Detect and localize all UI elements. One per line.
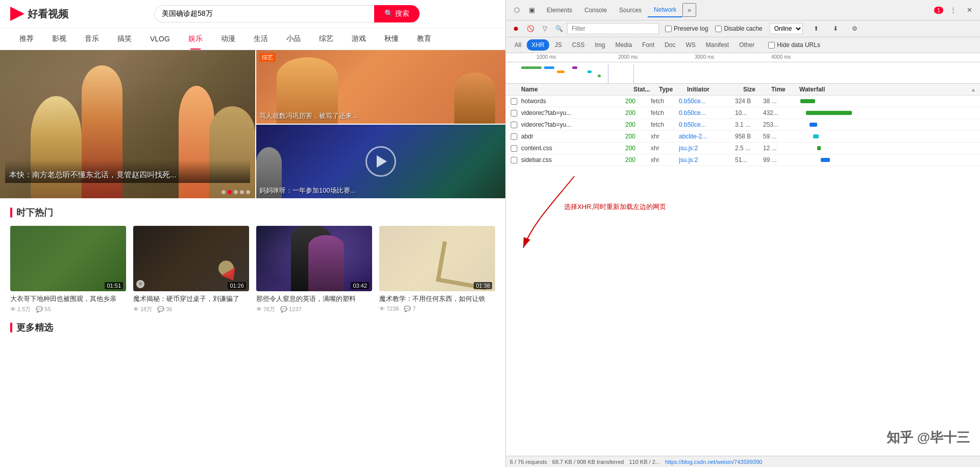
nav-vlog[interactable]: VLOG xyxy=(141,29,179,49)
filter-other[interactable]: Other xyxy=(734,39,759,51)
nav-xiaopin[interactable]: 小品 xyxy=(277,28,310,50)
nav-yinyue[interactable]: 音乐 xyxy=(76,28,108,50)
devtools-header: ⬡ ▣ Elements Console Sources Network » 1… xyxy=(506,0,980,20)
row-checkbox-1[interactable] xyxy=(510,98,518,105)
col-header-type: Type xyxy=(659,86,687,93)
search-input[interactable] xyxy=(154,5,374,22)
devtools-filter-row: All XHR JS CSS Img Media Font Doc WS Man… xyxy=(506,37,980,53)
table-row[interactable]: hotwords 200 fetch 0.b50ce... 324 B 38 .… xyxy=(506,96,980,107)
throttle-select[interactable]: Online xyxy=(770,23,803,34)
devtools-device-btn[interactable]: ▣ xyxy=(525,4,538,17)
nav-yingshi[interactable]: 影视 xyxy=(43,28,76,50)
nav-dongman[interactable]: 动漫 xyxy=(212,28,244,50)
video-card-3[interactable]: 03:42 那些令人窒息的英语，满嘴的塑料 👁 76万 💬 1237 xyxy=(256,226,372,313)
waterfall-sort-arrow: ▲ xyxy=(971,87,976,92)
row-initiator-5: jsu.js:2 xyxy=(679,145,735,152)
search-bar: 🔍 搜索 xyxy=(154,5,420,22)
clear-btn[interactable]: 🚫 xyxy=(524,22,536,35)
nav-youxi[interactable]: 游戏 xyxy=(342,28,375,50)
disable-cache-checkbox[interactable] xyxy=(715,26,722,32)
search-btn[interactable]: 🔍 xyxy=(553,22,565,35)
dot-4[interactable] xyxy=(240,190,244,194)
filter-doc[interactable]: Doc xyxy=(660,39,680,51)
table-row[interactable]: videorec?tab=yu... 200 fetch 0.b50ce... … xyxy=(506,107,980,119)
dot-2[interactable] xyxy=(228,190,232,194)
table-row[interactable]: sidebar.css 200 xhr jsu.js:2 51... 99 ..… xyxy=(506,154,980,166)
banner-main-title: 本快：南方老总听不懂东北话，竟管赵四叫找死... xyxy=(5,160,250,183)
nav-shenghuo[interactable]: 生活 xyxy=(244,28,277,50)
filter-ws[interactable]: WS xyxy=(681,39,700,51)
filter-all[interactable]: All xyxy=(510,39,526,51)
filter-img[interactable]: Img xyxy=(590,39,609,51)
filter-manifest[interactable]: Manifest xyxy=(701,39,733,51)
tab-more[interactable]: » xyxy=(682,3,696,17)
devtools-more-btn[interactable]: ⋮ xyxy=(946,4,960,17)
banner-area: 本快：南方老总听不懂东北话，竟管赵四叫找死... 综艺 骂人就数冯巩厉害，被骂了… xyxy=(0,50,505,198)
disable-cache-label[interactable]: Disable cache xyxy=(715,25,762,32)
row-waterfall-2 xyxy=(791,109,976,117)
nav-tuijian[interactable]: 推荐 xyxy=(10,28,43,50)
filter-xhr[interactable]: XHR xyxy=(527,39,549,51)
video-card-2[interactable]: 01:26 ✕ 魔术揭秘：硬币穿过桌子，刘谦骗了 👁 18万 💬 36 xyxy=(133,226,249,313)
row-status-6: 200 xyxy=(625,156,651,164)
nav-jiaoyu[interactable]: 教育 xyxy=(408,28,440,50)
tab-sources[interactable]: Sources xyxy=(613,4,648,17)
row-checkbox-5[interactable] xyxy=(510,145,518,152)
dot-3[interactable] xyxy=(234,190,238,194)
comments-4: 💬 7 xyxy=(404,306,415,312)
upload-btn[interactable]: ⬆ xyxy=(810,22,822,35)
filter-js[interactable]: JS xyxy=(550,39,567,51)
hide-data-urls-checkbox[interactable] xyxy=(768,42,775,49)
video-thumb-1: 01:51 xyxy=(10,226,126,291)
tab-console[interactable]: Console xyxy=(578,4,613,17)
banner-main[interactable]: 本快：南方老总听不懂东北话，竟管赵四叫找死... xyxy=(0,50,255,198)
preserve-log-checkbox[interactable] xyxy=(665,26,672,32)
banner-sub-1[interactable]: 综艺 骂人就数冯巩厉害，被骂了还来... xyxy=(256,50,505,124)
nav-gaoxiao[interactable]: 搞笑 xyxy=(108,28,141,50)
settings-btn[interactable]: ⚙ xyxy=(849,22,861,35)
filter-type-tabs: All XHR JS CSS Img Media Font Doc WS Man… xyxy=(510,39,759,51)
nav-yule[interactable]: 娱乐 xyxy=(179,28,212,50)
dot-1[interactable] xyxy=(222,190,226,194)
filter-css[interactable]: CSS xyxy=(568,39,590,51)
row-time-1: 38 ... xyxy=(763,98,791,105)
ruler-3000: 3000 ms xyxy=(695,54,714,60)
row-size-4: 958 B xyxy=(735,133,763,140)
filter-toggle-btn[interactable]: ▽ xyxy=(538,22,551,35)
main-nav: 推荐 影视 音乐 搞笑 VLOG 娱乐 动漫 生活 小品 综艺 游戏 秋懂 教育 xyxy=(0,28,505,50)
filter-media[interactable]: Media xyxy=(610,39,636,51)
row-initiator-6: jsu.js:2 xyxy=(679,156,735,164)
row-size-2: 10... xyxy=(735,109,763,116)
devtools-inspect-btn[interactable]: ⬡ xyxy=(510,4,523,17)
search-button[interactable]: 🔍 搜索 xyxy=(374,5,420,22)
network-filter-input[interactable] xyxy=(567,23,659,34)
video-meta-1: 👁 1.5万 💬 55 xyxy=(10,306,126,313)
table-row[interactable]: videorec?tab=yu... 200 fetch 0.b50ce... … xyxy=(506,119,980,131)
banner-sub-2[interactable]: 妈妈咪呀：一年参加100场比赛... xyxy=(256,125,505,198)
row-checkbox-6[interactable] xyxy=(510,157,518,164)
nav-zongyi[interactable]: 综艺 xyxy=(310,28,342,50)
download-btn[interactable]: ⬇ xyxy=(829,22,842,35)
record-btn[interactable]: ⏺ xyxy=(510,22,522,35)
hide-data-urls-label[interactable]: Hide data URLs xyxy=(768,41,820,49)
row-name-3: videorec?tab=yu... xyxy=(521,121,625,128)
preserve-log-label[interactable]: Preserve log xyxy=(665,25,708,32)
nav-qiudong[interactable]: 秋懂 xyxy=(375,28,408,50)
more-section-title: 更多精选 xyxy=(10,321,495,334)
row-type-2: fetch xyxy=(651,109,679,116)
tab-elements[interactable]: Elements xyxy=(541,4,578,17)
row-status-1: 200 xyxy=(625,98,651,105)
tab-network[interactable]: Network xyxy=(648,3,682,17)
row-checkbox-3[interactable] xyxy=(510,122,518,128)
row-checkbox-4[interactable] xyxy=(510,133,518,140)
table-row[interactable]: content.css 200 xhr jsu.js:2 2.5 ... 12 … xyxy=(506,143,980,154)
video-card-4[interactable]: 01:38 魔术教学：不用任何东西，如何让铁 👁 7238 💬 7 xyxy=(379,226,495,313)
devtools-close-btn[interactable]: ✕ xyxy=(963,4,976,17)
row-checkbox-2[interactable] xyxy=(510,110,518,116)
site-logo[interactable]: 好看视频 xyxy=(10,7,68,21)
filter-font[interactable]: Font xyxy=(638,39,659,51)
video-card-1[interactable]: 01:51 大衣哥下地种田也被围观，其他乡亲 👁 1.5万 💬 55 xyxy=(10,226,126,313)
dot-5[interactable] xyxy=(246,190,250,194)
row-waterfall-6 xyxy=(791,156,976,164)
table-row[interactable]: abdr 200 xhr abclite-2... 958 B 59 ... xyxy=(506,131,980,143)
